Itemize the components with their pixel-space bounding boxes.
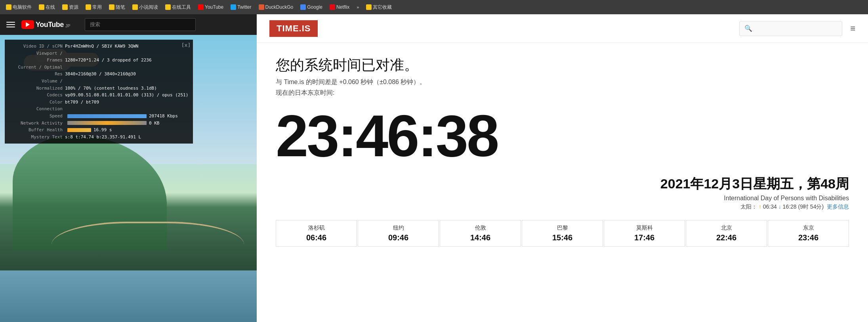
debug-label-network: Network Activity <box>10 120 65 127</box>
folder-icon <box>109 4 114 10</box>
netflix-icon <box>330 4 335 10</box>
debug-label-speed: Speed <box>10 113 65 120</box>
sun-info: 太阳： ↑ 06:34 ↓ 16:28 (9时 54分) 更多信息 <box>276 203 849 211</box>
debug-row-volume: Volume / <box>10 78 188 85</box>
city-name: 纽约 <box>363 224 434 232</box>
city-time-item[interactable]: 洛杉矶06:46 <box>276 220 357 247</box>
city-time-item[interactable]: 莫斯科17:46 <box>604 220 685 247</box>
bookmark-changyong[interactable]: 常用 <box>83 3 105 12</box>
debug-row-codecs: Codecs vp09.00.51.08.01.01.01.01.00 (313… <box>10 92 188 99</box>
main-content: YouTube JP 搜索 [x] <box>0 14 868 322</box>
debug-val-mystery: s:8 t:74.74 b:23.357-91.491 L <box>65 134 141 141</box>
google-icon <box>300 4 306 10</box>
debug-label-color: Color <box>10 99 65 106</box>
current-date-display: 2021年12月3日星期五，第48周 <box>276 175 849 193</box>
bookmarks-container: 电脑软件 在线 资源 常用 随笔 小说阅读 在线工具 YouTube <box>3 3 865 12</box>
city-name: 东京 <box>773 224 844 232</box>
bookmark-label: 资源 <box>69 4 78 11</box>
folder-icon <box>165 4 171 10</box>
video-player[interactable]: [x] Video ID / sCPN Psr4HZmWHnQ / SB1V K… <box>0 35 257 322</box>
bookmark-label: DuckDuckGo <box>265 4 294 10</box>
city-time-item[interactable]: 伦敦14:46 <box>440 220 521 247</box>
timeis-search-bar[interactable]: 🔍 <box>739 21 842 36</box>
duckduckgo-icon <box>259 4 264 10</box>
city-time-value: 09:46 <box>363 233 434 242</box>
bookmark-zaixian[interactable]: 在线 <box>36 3 58 12</box>
debug-label-viewport: Viewport / <box>10 50 65 57</box>
city-time-item[interactable]: 巴黎15:46 <box>522 220 603 247</box>
bookmark-more[interactable]: » <box>354 4 362 11</box>
bookmark-suibi[interactable]: 随笔 <box>106 3 128 12</box>
debug-label-frames: Frames <box>10 57 65 64</box>
timeis-main-content: 您的系统时间已对准。 与 Time.is 的时间差是 +0.060 秒钟（±0.… <box>257 43 868 322</box>
debug-row-network: Network Activity 0 KB <box>10 120 188 127</box>
world-city-times: 洛杉矶06:46纽约09:46伦敦14:46巴黎15:46莫斯科17:46北京2… <box>276 220 849 247</box>
youtube-header: YouTube JP 搜索 <box>0 14 257 35</box>
bookmark-google[interactable]: Google <box>298 3 325 11</box>
bookmark-label: 常用 <box>92 4 102 11</box>
city-time-value: 15:46 <box>527 233 598 242</box>
youtube-logo-text: YouTube <box>36 21 64 29</box>
youtube-logo-suffix: JP <box>65 23 71 28</box>
bookmark-label: 电脑软件 <box>13 4 32 11</box>
sun-more-link[interactable]: 更多信息 <box>827 203 849 210</box>
debug-row-color: Color bt709 / bt709 <box>10 99 188 106</box>
menu-line <box>6 22 15 23</box>
debug-row-current: Current / Optimal <box>10 64 188 71</box>
city-time-value: 14:46 <box>445 233 516 242</box>
debug-label-connection: Connection <box>10 105 65 113</box>
bookmark-xiaoshuo[interactable]: 小说阅读 <box>130 3 161 12</box>
bookmark-zaixian-tools[interactable]: 在线工具 <box>162 3 194 12</box>
bookmark-duckduckgo[interactable]: DuckDuckGo <box>256 3 296 11</box>
bookmark-other[interactable]: 其它收藏 <box>363 3 395 12</box>
bookmark-label: YouTube <box>205 4 223 10</box>
city-time-value: 23:46 <box>773 233 844 242</box>
debug-row-normalized: Normalized 100% / 70% (content loudness … <box>10 85 188 92</box>
debug-val-res: 3840×2160@30 / 3840×2160@30 <box>65 71 136 78</box>
browser-bookmarks-bar: 电脑软件 在线 资源 常用 随笔 小说阅读 在线工具 YouTube <box>0 0 868 14</box>
city-time-item[interactable]: 东京23:46 <box>768 220 849 247</box>
debug-label-videoid: Video ID / sCPN <box>10 43 65 50</box>
debug-label-volume: Volume / <box>10 78 65 85</box>
bookmark-diannao[interactable]: 电脑软件 <box>3 3 34 12</box>
bookmark-twitter[interactable]: Twitter <box>228 3 254 11</box>
youtube-menu-button[interactable] <box>6 22 15 27</box>
debug-val-videoid: Psr4HZmWHnQ / SB1V KAW9 3QWN <box>65 43 138 50</box>
more-label: » <box>357 5 359 10</box>
timeis-logo[interactable]: TIME.IS <box>269 20 318 37</box>
youtube-search-bar[interactable]: 搜索 <box>85 18 196 31</box>
bookmark-label: 小说阅读 <box>139 4 158 11</box>
sun-hours: (9时 54分) <box>798 203 824 210</box>
debug-close-button[interactable]: [x] <box>181 41 191 50</box>
sun-label: 太阳： <box>740 203 757 210</box>
buffer-bar <box>67 128 91 132</box>
debug-row-speed: Speed 20741​8 Kbps <box>10 113 188 120</box>
bookmark-label: Netflix <box>336 4 349 10</box>
bookmark-youtube[interactable]: YouTube <box>195 3 226 11</box>
search-icon: 🔍 <box>744 25 752 32</box>
debug-val-network: 0 KB <box>149 120 160 127</box>
debug-row-videoid: Video ID / sCPN Psr4HZmWHnQ / SB1V KAW9 … <box>10 43 188 50</box>
bookmark-ziyuan[interactable]: 资源 <box>59 3 81 12</box>
city-name: 伦敦 <box>445 224 516 232</box>
sunrise-arrow-icon: ↑ <box>759 203 761 210</box>
folder-icon <box>86 4 91 10</box>
debug-row-buffer: Buffer Health 16.99 s <box>10 126 188 134</box>
timeis-header: TIME.IS 🔍 ≡ <box>257 14 868 43</box>
debug-stats-overlay: [x] Video ID / sCPN Psr4HZmWHnQ / SB1V K… <box>5 40 193 144</box>
city-time-item[interactable]: 北京22:46 <box>686 220 767 247</box>
debug-row-res: Res 3840×2160@30 / 3840×2160@30 <box>10 71 188 78</box>
city-time-item[interactable]: 纽约09:46 <box>358 220 439 247</box>
twitter-icon <box>231 4 236 10</box>
city-name: 洛杉矶 <box>281 224 352 232</box>
city-time-value: 22:46 <box>691 233 762 242</box>
bookmark-netflix[interactable]: Netflix <box>327 3 352 11</box>
timeis-menu-button[interactable]: ≡ <box>850 23 855 34</box>
bookmark-label: Google <box>307 4 322 10</box>
speed-bar <box>67 114 147 118</box>
debug-val-normalized: 100% / 70% (content loudness 3.1dB) <box>65 85 157 92</box>
city-name: 北京 <box>691 224 762 232</box>
debug-label-current: Current / Optimal <box>10 64 65 71</box>
sunset-time: 16:28 <box>783 203 797 210</box>
youtube-logo[interactable]: YouTube JP <box>21 20 71 29</box>
